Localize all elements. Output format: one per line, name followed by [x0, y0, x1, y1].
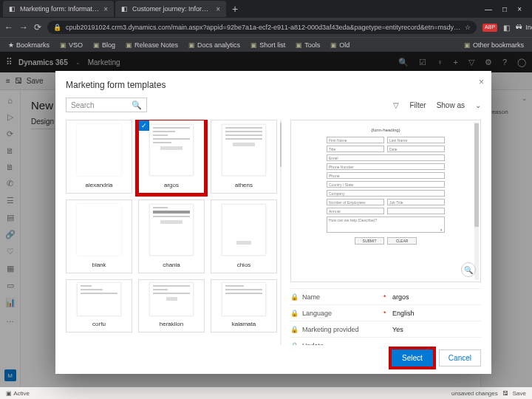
bookmark-item[interactable]: ▣Docs analytics — [185, 41, 244, 50]
folder-icon: ▣ — [250, 41, 257, 49]
card-label: alexandria — [86, 179, 113, 193]
tab-title: Marketing form: Information: Ne — [20, 5, 100, 13]
status-icon: ▣ — [6, 390, 12, 397]
lock-icon: 🔒 — [290, 310, 298, 317]
address-bar[interactable]: 🔒 cpub20191024.crm3.dynamics.com/main.as… — [47, 21, 477, 34]
prop-label: Name — [302, 293, 379, 301]
bookmark-item[interactable]: ★Bookmarks — [4, 41, 53, 50]
close-window-icon[interactable]: × — [517, 5, 522, 13]
bookmark-item[interactable]: ▣Tools — [292, 41, 324, 50]
forward-icon[interactable]: → — [19, 22, 28, 33]
favicon-icon: ◧ — [121, 5, 129, 13]
template-card-athens[interactable]: athens — [211, 120, 277, 194]
prop-label: Language — [302, 310, 379, 317]
folder-icon: ▣ — [60, 41, 66, 49]
chevron-down-icon[interactable]: ⌄ — [475, 101, 481, 109]
lock-icon: 🔒 — [53, 24, 61, 31]
status-active: Active — [13, 390, 30, 397]
prop-label: Update — [302, 342, 379, 346]
star-icon[interactable]: ☆ — [465, 24, 471, 31]
url-text: cpub20191024.crm3.dynamics.com/main.aspx… — [66, 24, 460, 31]
card-label: argos — [164, 179, 179, 193]
lock-icon: 🔒 — [290, 293, 298, 301]
bookmark-item[interactable]: ▣VSO — [56, 41, 86, 50]
status-save-button[interactable]: Save — [513, 390, 526, 397]
lock-icon: 🔒 — [290, 342, 298, 346]
folder-icon: ▣ — [93, 41, 100, 49]
preview-submit: SUBMIT — [355, 237, 384, 245]
preview-clear: CLEAR — [387, 237, 417, 245]
template-card-chania[interactable]: chania — [138, 200, 205, 273]
zoom-icon[interactable]: 🔍 — [461, 262, 476, 277]
template-card-alexandria[interactable]: alexandria — [66, 120, 132, 194]
folder-icon: ▣ — [464, 41, 471, 49]
search-placeholder: Search — [71, 101, 95, 109]
select-button[interactable]: Select — [392, 349, 433, 366]
browser-tab-2[interactable]: ◧ Customer journey: Information: × — [115, 1, 226, 17]
favicon-icon: ◧ — [9, 5, 16, 13]
close-icon[interactable]: × — [103, 5, 108, 13]
status-unsaved: unsaved changes — [451, 390, 498, 397]
extension-icon[interactable]: ◧ — [503, 24, 510, 32]
close-icon[interactable]: × — [479, 77, 484, 87]
lock-icon: 🔒 — [290, 326, 298, 333]
modal-title: Marketing form templates — [66, 80, 481, 90]
template-card-kalamata[interactable]: kalamata — [211, 279, 277, 332]
search-input[interactable]: Search 🔍 — [66, 98, 147, 112]
folder-icon: ▣ — [296, 41, 302, 49]
card-label: corfu — [92, 318, 106, 332]
template-card-heraklion[interactable]: heraklion — [138, 279, 205, 332]
filter-button[interactable]: Filter — [409, 101, 426, 109]
new-tab-button[interactable]: + — [228, 3, 242, 15]
showas-button[interactable]: Show as — [437, 101, 465, 109]
template-picker-modal: × Marketing form templates Search 🔍 ▽ Fi… — [55, 71, 491, 374]
prop-value: English — [392, 310, 415, 317]
search-icon[interactable]: 🔍 — [132, 100, 142, 110]
card-label: chania — [163, 259, 180, 273]
template-card-corfu[interactable]: corfu — [66, 279, 132, 332]
incognito-icon: 🕶 — [516, 24, 522, 31]
bookmark-item[interactable]: ▣Release Notes — [122, 41, 182, 50]
template-card-chios[interactable]: chios — [211, 200, 277, 273]
save-icon: 🖫 — [502, 390, 508, 397]
prop-value: argos — [392, 293, 409, 301]
maximize-icon[interactable]: □ — [502, 5, 507, 13]
cancel-button[interactable]: Cancel — [439, 349, 481, 366]
prop-label: Marketing provided — [302, 326, 379, 333]
template-card-argos[interactable]: ✓ argos — [138, 120, 205, 194]
other-bookmarks[interactable]: ▣Other bookmarks — [460, 41, 528, 50]
card-label: heraklion — [160, 318, 183, 332]
folder-icon: ▣ — [126, 41, 132, 49]
preview-heading: {form-heading} — [327, 128, 445, 132]
status-bar: ▣ Active unsaved changes 🖫 Save — [0, 387, 532, 399]
template-properties: 🔒 Name * argos 🔒 Language * English 🔒 Ma… — [290, 288, 481, 345]
back-icon[interactable]: ← — [4, 22, 13, 33]
template-card-blank[interactable]: blank — [66, 200, 132, 273]
abp-badge[interactable]: ABP — [482, 24, 497, 32]
reload-icon[interactable]: ⟳ — [34, 22, 41, 33]
folder-icon: ▣ — [188, 41, 195, 49]
bookmark-item[interactable]: ▣Old — [327, 41, 353, 50]
card-label: athens — [235, 179, 253, 193]
card-label: kalamata — [232, 318, 256, 332]
close-icon[interactable]: × — [216, 5, 220, 13]
funnel-icon[interactable]: ▽ — [393, 101, 399, 109]
scrollbar[interactable] — [280, 120, 282, 345]
bookmark-item[interactable]: ▣Blog — [89, 41, 119, 50]
card-label: blank — [92, 259, 106, 273]
browser-chrome: ◧ Marketing form: Information: Ne × ◧ Cu… — [0, 0, 532, 52]
tab-title: Customer journey: Information: — [132, 5, 212, 13]
minimize-icon[interactable]: — — [485, 5, 492, 13]
card-label: chios — [237, 259, 251, 273]
bookmark-item[interactable]: ▣Short list — [247, 41, 289, 50]
folder-icon: ▣ — [330, 41, 337, 49]
template-gallery: alexandria ✓ argos athens blank ch — [66, 120, 282, 345]
check-icon: ✓ — [139, 120, 149, 131]
scrollbar[interactable] — [474, 122, 479, 280]
incognito-label: Incognito — [525, 24, 532, 31]
template-preview: {form-heading} First NameLast Name Title… — [290, 120, 481, 282]
browser-tab-1[interactable]: ◧ Marketing form: Information: Ne × — [3, 1, 114, 17]
prop-value: Yes — [392, 326, 403, 333]
star-icon: ★ — [8, 41, 14, 49]
